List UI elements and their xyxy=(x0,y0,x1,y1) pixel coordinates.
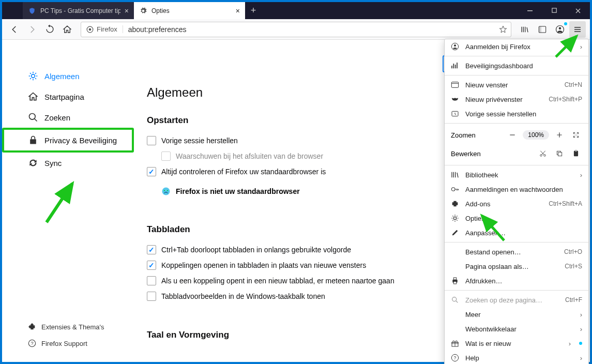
sidebar-item-sync[interactable]: Sync xyxy=(2,153,134,173)
menu-shortcut: Ctrl+F xyxy=(565,296,582,304)
svg-point-9 xyxy=(29,114,36,120)
navigation-toolbar: Firefox xyxy=(2,19,590,40)
reload-button[interactable] xyxy=(41,21,58,38)
account-button[interactable] xyxy=(552,21,568,38)
paste-button[interactable] xyxy=(570,147,582,160)
tab-options[interactable]: Opties × xyxy=(134,2,245,19)
menu-find[interactable]: Zoeken op deze pagina… Ctrl+F xyxy=(445,293,588,307)
menu-help[interactable]: ? Help › xyxy=(445,351,588,364)
lock-icon xyxy=(28,135,38,145)
cut-button[interactable] xyxy=(537,147,549,160)
menu-label: Zoeken op deze pagina… xyxy=(465,296,559,304)
menu-separator xyxy=(445,56,588,56)
menu-label: Wat is er nieuw xyxy=(465,340,563,347)
menu-signin[interactable]: Aanmelden bij Firefox › xyxy=(445,39,588,54)
new-tab-button[interactable]: + xyxy=(245,2,262,19)
sidebar-item-extensions[interactable]: Extensies & Thema's xyxy=(2,318,134,335)
app-menu-button[interactable] xyxy=(569,21,586,38)
back-button[interactable] xyxy=(6,21,23,38)
menu-logins[interactable]: Aanmeldingen en wachtwoorden xyxy=(445,182,588,196)
svg-rect-5 xyxy=(539,26,541,33)
chevron-right-icon: › xyxy=(580,325,582,333)
menu-separator xyxy=(445,75,588,75)
sidebar-item-general[interactable]: Algemeen xyxy=(2,66,134,86)
forward-button[interactable] xyxy=(24,21,40,38)
checkbox[interactable] xyxy=(147,276,156,285)
menu-addons[interactable]: Add-ons Ctrl+Shift+A xyxy=(445,196,588,211)
menu-label: Meer xyxy=(465,311,574,318)
print-icon xyxy=(451,277,459,285)
zoom-out-button[interactable] xyxy=(506,129,519,141)
checkbox[interactable] xyxy=(147,245,156,254)
bookmark-star-button[interactable] xyxy=(495,25,511,34)
maximize-button[interactable] xyxy=(542,2,566,19)
sidebar-button[interactable] xyxy=(534,21,551,38)
close-window-button[interactable] xyxy=(566,2,590,19)
option-label: Waarschuwen bij het afsluiten van de bro… xyxy=(176,152,323,160)
sidebar-item-privacy[interactable]: Privacy & Beveiliging xyxy=(2,128,134,153)
menu-webdev[interactable]: Webontwikkelaar › xyxy=(445,322,588,336)
menu-separator xyxy=(445,290,588,291)
dashboard-icon xyxy=(451,62,459,70)
menu-print[interactable]: Afdrukken… xyxy=(445,274,588,288)
menu-save-page[interactable]: Pagina opslaan als… Ctrl+S xyxy=(445,259,588,274)
menu-more[interactable]: Meer › xyxy=(445,307,588,322)
checkbox[interactable] xyxy=(147,292,156,301)
menu-whatsnew[interactable]: Wat is er nieuw › xyxy=(445,336,588,351)
sidebar-item-home[interactable]: Startpagina xyxy=(2,86,134,107)
menu-shortcut: Ctrl+Shift+P xyxy=(549,96,582,103)
menu-dashboard[interactable]: Beveiligingsdashboard xyxy=(445,58,588,73)
checkbox[interactable] xyxy=(147,136,156,145)
restore-icon xyxy=(451,110,459,118)
fullscreen-button[interactable] xyxy=(570,129,582,141)
menu-new-window[interactable]: Nieuw venster Ctrl+N xyxy=(445,78,588,92)
library-button[interactable] xyxy=(517,21,533,38)
tab-pctips[interactable]: PC Tips - Gratis Computer tips × xyxy=(23,2,134,19)
menu-options[interactable]: Opties xyxy=(445,211,588,225)
edit-label: Bewerken xyxy=(451,150,533,158)
svg-rect-19 xyxy=(451,82,458,88)
zoom-in-button[interactable] xyxy=(553,129,566,141)
sad-face-icon xyxy=(161,187,171,196)
mask-icon xyxy=(451,95,459,103)
notification-dot xyxy=(579,342,582,345)
gift-icon xyxy=(451,339,459,347)
menu-label: Webontwikkelaar xyxy=(465,325,574,333)
url-bar[interactable]: Firefox xyxy=(81,22,511,37)
copy-button[interactable] xyxy=(553,147,566,160)
svg-rect-10 xyxy=(30,139,36,144)
sidebar-label: Algemeen xyxy=(44,72,80,81)
close-icon[interactable]: × xyxy=(236,7,240,15)
checkbox[interactable] xyxy=(147,261,156,270)
identity-label: Firefox xyxy=(97,25,117,33)
tab-title: Opties xyxy=(151,7,232,14)
close-icon[interactable]: × xyxy=(125,7,129,15)
svg-point-7 xyxy=(559,27,561,29)
svg-text:?: ? xyxy=(454,355,457,360)
url-input[interactable] xyxy=(123,25,495,34)
menu-label: Nieuw privévenster xyxy=(465,96,542,103)
menu-open-file[interactable]: Bestand openen… Ctrl+O xyxy=(445,245,588,259)
menu-customize[interactable]: Aanpassen… xyxy=(445,225,588,240)
gear-icon xyxy=(451,214,459,222)
menu-new-private[interactable]: Nieuw privévenster Ctrl+Shift+P xyxy=(445,92,588,107)
checkbox[interactable] xyxy=(147,167,156,176)
menu-library[interactable]: Bibliotheek › xyxy=(445,168,588,182)
chevron-right-icon: › xyxy=(580,354,582,362)
sidebar-label: Startpagina xyxy=(44,93,84,101)
home-button[interactable] xyxy=(59,21,75,38)
svg-point-18 xyxy=(454,44,456,47)
menu-label: Afdrukken… xyxy=(465,277,582,285)
library-icon xyxy=(451,171,459,179)
option-label: Tabbladvoorbeelden in de Windows-taakbal… xyxy=(161,292,325,300)
sidebar-item-search[interactable]: Zoeken xyxy=(2,107,134,128)
preferences-sidebar: Algemeen Startpagina Zoeken Privacy & Be… xyxy=(2,40,134,362)
identity-box[interactable]: Firefox xyxy=(81,25,123,33)
tab-title: PC Tips - Gratis Computer tips xyxy=(40,7,120,14)
menu-restore-session[interactable]: Vorige sessie herstellen xyxy=(445,107,588,121)
minimize-button[interactable] xyxy=(519,2,542,19)
search-icon xyxy=(451,296,459,304)
notification-dot xyxy=(564,22,567,25)
sidebar-label: Firefox Support xyxy=(41,340,87,347)
sidebar-item-support[interactable]: ? Firefox Support xyxy=(2,335,134,352)
